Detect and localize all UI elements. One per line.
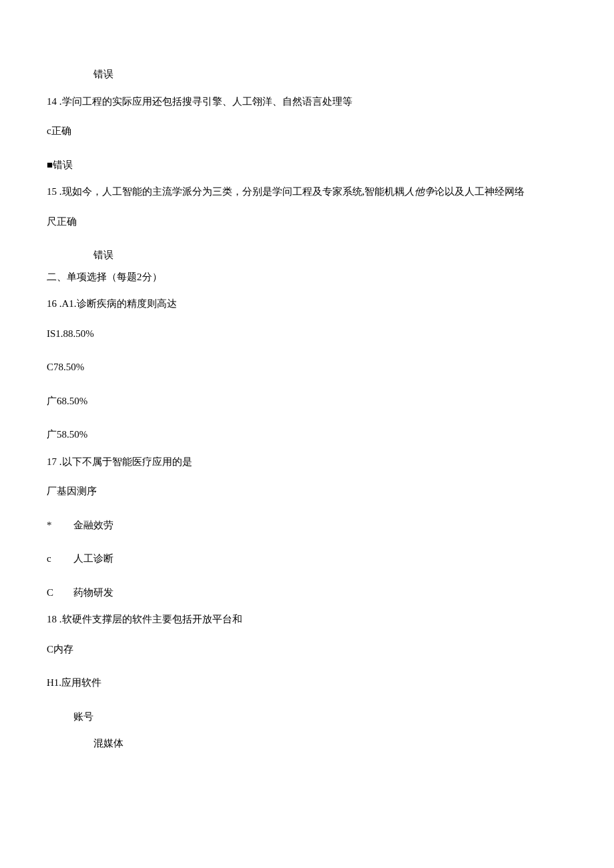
italic-text: 人他争	[404, 186, 434, 197]
text: 广68.50%	[47, 396, 87, 406]
question-14: 14 .学问工程的实际应用还包括搜寻引擎、人工翎洋、自然语言处理等	[47, 94, 567, 109]
text: 论以及人工神经网络	[434, 186, 525, 197]
question-18: 18 .软硬件支撑层的软件主要包括开放平台和	[47, 612, 567, 627]
text: C78.50%	[47, 362, 84, 372]
text: 错误	[93, 69, 113, 79]
option-d: 广58.50%	[47, 427, 567, 442]
option-a: 厂基因测序	[47, 484, 567, 499]
question-15: 15 .现如今，人工智能的主流学派分为三类，分别是学问工程及专家系统,智能机耦人…	[47, 184, 567, 199]
text: .软硬件支撑层的软件主要包括开放平台和	[57, 614, 242, 624]
option-correct: c正确	[47, 123, 567, 139]
question-16: 16 .A1.诊断疾病的精度则高达	[47, 296, 567, 312]
option-correct: 尺正确	[47, 214, 567, 230]
number: 17	[47, 456, 57, 467]
text: IS1.88.50%	[47, 328, 94, 339]
text: 药物研发	[73, 587, 113, 598]
text: C内存	[47, 644, 73, 655]
marker: *	[47, 518, 73, 533]
text: 广58.50%	[47, 429, 87, 440]
marker: C	[47, 585, 73, 600]
option-c: 广68.50%	[47, 394, 567, 409]
option-a: IS1.88.50%	[47, 326, 567, 342]
option-wrong: ■错误	[47, 157, 567, 173]
text: 尺正确	[47, 216, 77, 227]
text: .A1.诊断疾病的精度则高达	[57, 298, 177, 309]
number: 18	[47, 614, 57, 624]
option-wrong: 错误	[47, 248, 567, 263]
text: 厂基因测序	[47, 486, 97, 496]
number: 16	[47, 298, 57, 309]
section-header: 二、单项选择（每题2分）	[47, 270, 567, 285]
option-wrong: 错误	[47, 67, 567, 82]
option-c: c人工诊断	[47, 551, 567, 566]
text: 混媒体	[93, 738, 123, 749]
text: 账号	[73, 711, 93, 722]
text: .以下不属于智能医疗应用的是	[57, 456, 192, 467]
option-b: C78.50%	[47, 360, 567, 375]
text: H1.应用软件	[47, 677, 101, 688]
option-d: C药物研发	[47, 585, 567, 600]
option-a: C内存	[47, 642, 567, 657]
text: 错误	[93, 250, 113, 260]
number: 14	[47, 96, 57, 107]
text: ■错误	[47, 159, 73, 170]
option-b: H1.应用软件	[47, 675, 567, 691]
option-b: *金融效劳	[47, 518, 567, 533]
text: .现如今，人工智能的主流学派分为三类，分别是学问工程及专家系统,智能机耦	[57, 186, 404, 197]
question-17: 17 .以下不属于智能医疗应用的是	[47, 454, 567, 470]
option-c: 账号	[47, 709, 567, 725]
text: 二、单项选择（每题2分）	[47, 272, 162, 282]
text: 金融效劳	[73, 520, 113, 530]
document-page: 错误 14 .学问工程的实际应用还包括搜寻引擎、人工翎洋、自然语言处理等 c正确…	[0, 0, 614, 868]
text: .学问工程的实际应用还包括搜寻引擎、人工翎洋、自然语言处理等	[57, 96, 352, 107]
option-d: 混媒体	[47, 736, 567, 751]
text: 人工诊断	[73, 553, 113, 564]
text: c正确	[47, 125, 71, 136]
marker: c	[47, 551, 73, 566]
number: 15	[47, 186, 57, 197]
